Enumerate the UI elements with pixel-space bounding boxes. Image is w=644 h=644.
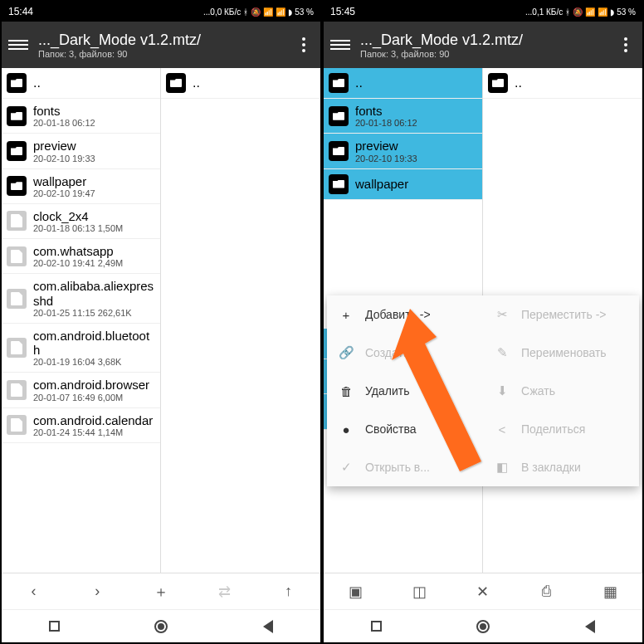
bluetooth-icon: ᚼ bbox=[243, 7, 248, 17]
up-label: .. bbox=[33, 76, 41, 90]
menu-icon: ◧ bbox=[495, 460, 510, 475]
forward-button[interactable]: › bbox=[66, 573, 129, 609]
list-item[interactable]: preview20-02-10 19:33 bbox=[324, 134, 482, 168]
header-subtitle: Папок: 3, файлов: 90 bbox=[360, 49, 616, 59]
item-meta: 20-02-10 19:33 bbox=[355, 154, 477, 163]
folder-icon bbox=[7, 106, 27, 126]
file-icon bbox=[7, 380, 27, 400]
wifi-icon: 📶 bbox=[276, 7, 285, 17]
home-button[interactable] bbox=[154, 620, 168, 633]
up-row[interactable]: .. bbox=[483, 68, 642, 99]
item-name: wallpaper bbox=[33, 174, 155, 188]
back-button[interactable]: ‹ bbox=[2, 573, 66, 609]
menu-icon: ✂ bbox=[495, 307, 510, 322]
menu-label: Удалить bbox=[365, 384, 409, 398]
file-icon bbox=[7, 289, 27, 309]
list-item[interactable]: com.alibaba.aliexpresshd20-01-25 11:15 2… bbox=[2, 274, 160, 324]
select-none-button[interactable]: ◫ bbox=[388, 573, 451, 609]
menu-icon: + bbox=[339, 308, 354, 322]
menu-label: Переименовать bbox=[521, 346, 607, 359]
menu-item: ✎Переименовать bbox=[483, 334, 639, 372]
menu-label: Добавить -> bbox=[365, 308, 431, 321]
up-button[interactable]: ↑ bbox=[256, 573, 320, 609]
dnd-icon: 🔕 bbox=[251, 7, 261, 17]
battery-icon: ◗ bbox=[610, 7, 614, 17]
menu-label: Свойства bbox=[365, 422, 416, 436]
file-icon bbox=[7, 338, 27, 358]
item-meta: 20-01-18 06:12 bbox=[355, 118, 477, 128]
add-button[interactable]: ＋ bbox=[129, 573, 193, 609]
menu-label: Поделиться bbox=[521, 422, 585, 436]
header-title: ..._Dark_Mode v1.2.mtz/ bbox=[38, 32, 294, 49]
dnd-icon: 🔕 bbox=[573, 7, 583, 17]
folder-icon bbox=[7, 73, 27, 93]
folder-icon bbox=[329, 141, 349, 161]
menu-icon: ✎ bbox=[495, 345, 510, 360]
back-nav-button[interactable] bbox=[585, 620, 595, 633]
recent-button[interactable] bbox=[49, 621, 60, 632]
list-item[interactable]: com.android.bluetooth20-01-19 16:04 3,68… bbox=[2, 324, 160, 373]
folder-icon bbox=[329, 106, 349, 126]
list-item[interactable]: com.android.calendar20-01-24 15:44 1,14M bbox=[2, 408, 160, 443]
menu-label: Переместить -> bbox=[521, 308, 607, 321]
invert-button[interactable]: ▦ bbox=[578, 573, 642, 609]
up-row[interactable]: .. bbox=[161, 68, 320, 99]
menu-label: Сжать bbox=[521, 384, 555, 398]
up-row[interactable]: .. bbox=[324, 68, 482, 99]
menu-icon: ● bbox=[339, 422, 354, 437]
menu-item[interactable]: +Добавить -> bbox=[327, 295, 483, 334]
phone-left: 15:44 ...0,0 КБ/с ᚼ 🔕 📶 📶 ◗ 53 % ..._Dar… bbox=[0, 0, 322, 644]
network-speed: ...0,0 КБ/с bbox=[203, 7, 241, 17]
status-bar: 15:45 ...0,1 КБ/с ᚼ 🔕 📶 📶 ◗ 53 % bbox=[324, 2, 642, 22]
menu-item[interactable]: 🗑Удалить bbox=[327, 372, 483, 410]
swap-button[interactable]: ⇄ bbox=[193, 573, 256, 609]
context-menu: +Добавить ->✂Переместить ->🔗Создать ->✎П… bbox=[327, 295, 639, 486]
item-name: preview bbox=[355, 139, 477, 153]
battery-icon: ◗ bbox=[288, 7, 292, 17]
list-item[interactable]: com.whatsapp20-02-10 19:41 2,49M bbox=[2, 239, 160, 274]
folder-icon bbox=[7, 141, 27, 161]
item-name: wallpaper bbox=[355, 177, 477, 191]
signal-icon: 📶 bbox=[585, 7, 595, 17]
app-header: ..._Dark_Mode v1.2.mtz/ Папок: 3, файлов… bbox=[2, 22, 320, 68]
item-name: com.android.browser bbox=[33, 378, 155, 392]
folder-icon bbox=[7, 176, 27, 196]
item-meta: 20-01-25 11:15 262,61K bbox=[33, 308, 155, 318]
compare-button[interactable]: ⎙ bbox=[515, 573, 578, 609]
menu-icon[interactable] bbox=[8, 35, 28, 55]
clock: 15:45 bbox=[330, 6, 355, 17]
list-item[interactable]: clock_2x420-01-18 06:13 1,50M bbox=[2, 204, 160, 239]
cancel-button[interactable]: ✕ bbox=[451, 573, 515, 609]
list-item[interactable]: fonts20-01-18 06:12 bbox=[324, 99, 482, 134]
menu-icon[interactable] bbox=[330, 35, 350, 55]
item-meta: 20-01-19 16:04 3,68K bbox=[33, 357, 155, 367]
pane-right[interactable]: .. bbox=[161, 68, 320, 573]
file-icon bbox=[7, 415, 27, 435]
item-name: fonts bbox=[355, 104, 477, 118]
bottom-toolbar: ▣ ◫ ✕ ⎙ ▦ bbox=[324, 573, 642, 609]
list-item[interactable]: wallpaper bbox=[324, 169, 482, 200]
list-item[interactable]: com.android.browser20-01-07 16:49 6,00M bbox=[2, 373, 160, 407]
list-item[interactable]: wallpaper20-02-10 19:47 bbox=[2, 169, 160, 204]
up-row[interactable]: .. bbox=[2, 68, 160, 99]
list-item[interactable]: preview20-02-10 19:33 bbox=[2, 134, 160, 168]
overflow-icon[interactable] bbox=[616, 37, 636, 52]
item-meta: 20-01-07 16:49 6,00M bbox=[33, 393, 155, 402]
battery-pct: 53 % bbox=[295, 7, 314, 17]
select-all-button[interactable]: ▣ bbox=[324, 573, 388, 609]
list-item[interactable]: fonts20-01-18 06:12 bbox=[2, 99, 160, 134]
item-name: com.whatsapp bbox=[33, 244, 155, 258]
item-name: com.alibaba.aliexpresshd bbox=[33, 279, 155, 308]
recent-button[interactable] bbox=[371, 621, 382, 632]
home-button[interactable] bbox=[476, 620, 490, 633]
menu-item: ✂Переместить -> bbox=[483, 295, 639, 334]
item-name: com.android.bluetooth bbox=[33, 329, 155, 358]
menu-icon: 🗑 bbox=[339, 384, 354, 398]
pane-left[interactable]: .. fonts20-01-18 06:12preview20-02-10 19… bbox=[2, 68, 161, 573]
back-nav-button[interactable] bbox=[263, 620, 273, 633]
item-meta: 20-02-10 19:41 2,49M bbox=[33, 258, 155, 268]
signal-icon: 📶 bbox=[263, 7, 273, 17]
header-subtitle: Папок: 3, файлов: 90 bbox=[38, 49, 294, 59]
menu-item[interactable]: ●Свойства bbox=[327, 410, 483, 448]
overflow-icon[interactable] bbox=[294, 37, 314, 52]
